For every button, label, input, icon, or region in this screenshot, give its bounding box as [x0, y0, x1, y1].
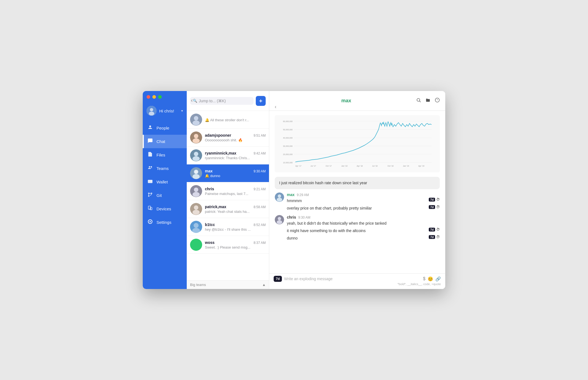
- avatar: [275, 192, 284, 202]
- svg-point-5: [151, 166, 152, 167]
- chat-info: woss 8:37 AM Sweet. :) Please send msg..…: [205, 240, 266, 249]
- sidebar-item-label: Teams: [156, 166, 169, 171]
- list-item[interactable]: patrick,max 8:58 AM patrick: Yeah chat s…: [187, 200, 269, 218]
- message-text: overlay price on that chart, probably pr…: [287, 205, 440, 211]
- link-icon[interactable]: 🔗: [435, 276, 441, 282]
- chat-info: adamjspooner 9:51 AM Oooooooooooh shit. …: [205, 133, 266, 142]
- big-teams-section[interactable]: Big teams ▲: [187, 280, 269, 289]
- dollar-icon[interactable]: $: [423, 276, 425, 281]
- chat-name: ryanminnick,max: [205, 151, 236, 155]
- sidebar-item-files[interactable]: Files: [143, 148, 187, 162]
- avatar: [190, 185, 202, 197]
- svg-point-15: [150, 221, 151, 222]
- svg-point-33: [193, 192, 200, 197]
- list-item[interactable]: 🔔 All these stroller don't r...: [187, 111, 269, 129]
- compose-button[interactable]: [256, 96, 266, 106]
- search-bar[interactable]: 🔍 Jump to... (⌘K): [190, 97, 254, 105]
- info-icon[interactable]: [435, 98, 440, 104]
- sidebar-item-label: Settings: [156, 220, 171, 225]
- chat-preview: Sweet. :) Please send msg...: [205, 245, 266, 249]
- expiry-selector[interactable]: 7d: [274, 276, 282, 282]
- svg-point-26: [193, 156, 200, 161]
- chat-list: 🔔 All these stroller don't r... adamjspo…: [187, 111, 269, 280]
- timer-icon: ⏱: [436, 227, 440, 232]
- close-button[interactable]: [147, 95, 150, 99]
- avatar: [190, 203, 202, 215]
- search-icon[interactable]: [416, 98, 421, 104]
- expiry-badge: 7d: [429, 228, 435, 232]
- message-text: it might have something to do with the a…: [287, 228, 440, 234]
- svg-text:Apr '17: Apr '17: [295, 165, 301, 167]
- chat-preview: 🔔 All these stroller don't r...: [205, 118, 266, 122]
- list-item[interactable]: ryanminnick,max 9:42 AM ryanminnick: Tha…: [187, 147, 269, 164]
- svg-text:Apr '19: Apr '19: [418, 165, 424, 167]
- chat-time: 8:58 AM: [254, 205, 266, 209]
- chat-preview: patrick: Yeah chat stats ha...: [205, 210, 266, 214]
- sidebar-item-devices[interactable]: Devices: [143, 202, 187, 216]
- svg-point-25: [194, 152, 198, 156]
- chat-list-header: 🔍 Jump to... (⌘K): [187, 91, 269, 111]
- sidebar-item-teams[interactable]: Teams: [143, 162, 187, 175]
- user-header[interactable]: Hi chris! ▾: [143, 103, 187, 119]
- chat-info: ryanminnick,max 9:42 AM ryanminnick: Tha…: [205, 151, 266, 160]
- svg-rect-6: [148, 180, 153, 183]
- message-text: hmmmm: [287, 198, 440, 204]
- svg-point-70: [278, 217, 281, 220]
- folder-icon[interactable]: [425, 98, 430, 104]
- message-time: 9:29 AM: [297, 193, 309, 197]
- sidebar-item-label: Devices: [156, 206, 171, 211]
- section-label-text: Big teams: [190, 283, 206, 287]
- svg-text:60,000,000: 60,000,000: [283, 120, 293, 122]
- list-item[interactable]: adamjspooner 9:51 AM Oooooooooooh shit. …: [187, 129, 269, 147]
- chat-main-header: ‹ max: [269, 91, 445, 111]
- back-arrow-button[interactable]: ‹: [191, 97, 193, 103]
- avatar: [190, 149, 202, 161]
- svg-text:40,000,000: 40,000,000: [283, 137, 293, 139]
- message-sender: chris: [287, 215, 296, 219]
- sidebar-item-label: People: [156, 126, 169, 130]
- chat-time: 9:42 AM: [254, 152, 266, 155]
- message-text: yeah, but it didn't do that historically…: [287, 221, 440, 226]
- chat-list-panel: 🔍 Jump to... (⌘K): [187, 91, 269, 289]
- avatar: [190, 114, 202, 126]
- svg-point-71: [277, 220, 282, 224]
- message-input[interactable]: [284, 277, 421, 281]
- message-body: chris 9:30 AM yeah, but it didn't do tha…: [287, 215, 440, 243]
- list-item[interactable]: max 9:30 AM 🔔 dunno: [187, 164, 269, 182]
- sidebar-item-wallet[interactable]: Wallet: [143, 175, 187, 189]
- chat-icon: [147, 138, 153, 145]
- svg-line-41: [419, 101, 421, 102]
- avatar: [275, 215, 284, 224]
- format-hint: *bold*, __italics__, code, >quote: [274, 282, 441, 287]
- timer-icon: ⏱: [436, 205, 440, 209]
- chat-name: patrick,max: [205, 205, 226, 209]
- svg-point-20: [193, 120, 200, 125]
- sidebar-item-label: Wallet: [156, 180, 168, 184]
- sidebar-item-git[interactable]: Git: [143, 189, 187, 202]
- chevron-down-icon: ▾: [181, 109, 183, 113]
- svg-text:50,000,000: 50,000,000: [283, 129, 293, 131]
- chat-preview: Oooooooooooh shit. 🔥: [205, 138, 266, 142]
- chat-info: patrick,max 8:58 AM patrick: Yeah chat s…: [205, 205, 266, 214]
- chat-name: woss: [205, 240, 215, 245]
- chat-preview: hey @b1tcc - I'll share this ...: [205, 227, 266, 232]
- app-window: Hi chris! ▾ People: [143, 91, 445, 289]
- emoji-icon[interactable]: 😊: [428, 276, 433, 282]
- list-item[interactable]: chris 9:21 AM Pairwise matchups, last 7.…: [187, 182, 269, 200]
- avatar: [190, 131, 202, 144]
- list-item[interactable]: woss 8:37 AM Sweet. :) Please send msg..…: [187, 236, 269, 254]
- sidebar-item-settings[interactable]: Settings: [143, 216, 187, 229]
- sidebar-item-chat[interactable]: Chat: [143, 135, 187, 148]
- sidebar-item-people[interactable]: People: [143, 121, 187, 135]
- back-button[interactable]: ‹: [275, 104, 276, 110]
- nav-items: People Chat Files: [143, 119, 187, 289]
- minimize-button[interactable]: [152, 95, 156, 99]
- files-icon: [147, 152, 153, 158]
- intro-message-bubble: I just realized bitcoin hash rate down s…: [275, 177, 440, 189]
- wallet-icon: [147, 178, 153, 185]
- svg-point-32: [194, 188, 198, 192]
- maximize-button[interactable]: [158, 95, 162, 99]
- svg-point-22: [194, 134, 198, 138]
- chat-input-row: 7d $ 😊 🔗: [274, 276, 441, 282]
- list-item[interactable]: b1tcc 8:52 AM hey @b1tcc - I'll share th…: [187, 218, 269, 236]
